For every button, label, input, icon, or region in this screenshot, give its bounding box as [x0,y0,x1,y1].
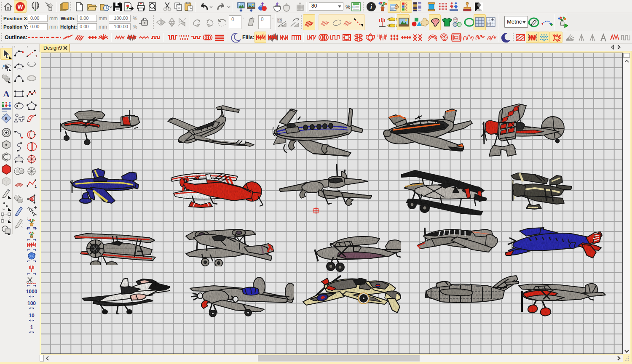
svg-text:C=: C= [405,5,409,8]
svg-text:10: 10 [278,19,282,22]
svg-text:C=: C= [405,2,409,5]
svg-text:1: 1 [35,184,37,189]
svg-text:1: 1 [35,54,37,58]
svg-text:W: W [17,3,23,10]
svg-text:C=: C= [405,8,409,11]
svg-text:A: A [3,89,10,99]
svg-text:i: i [370,3,372,11]
svg-text:B: B [5,117,8,121]
